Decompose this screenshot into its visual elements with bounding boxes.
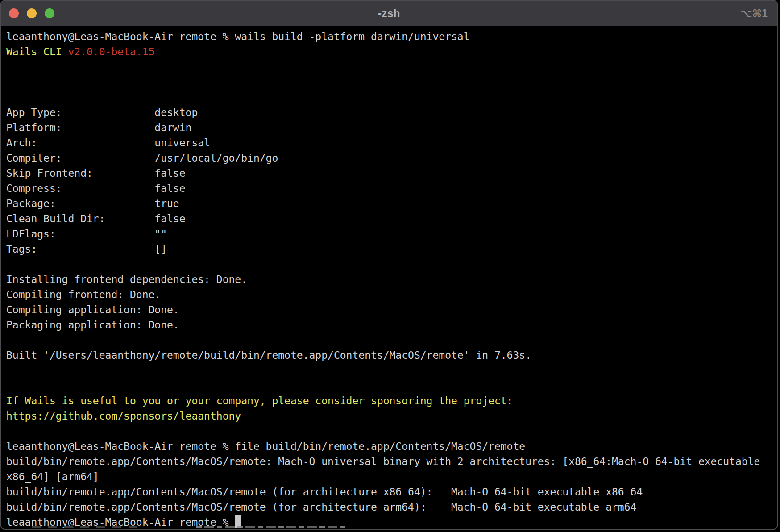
terminal-line <box>6 424 777 439</box>
terminal-line <box>6 90 777 105</box>
terminal-line: Compress: false <box>6 181 777 196</box>
terminal-line: Tags: [] <box>6 241 777 257</box>
close-button[interactable] <box>9 8 19 18</box>
terminal-line: Clean Build Dir: false <box>6 211 777 226</box>
terminal-text: Built '/Users/leaanthony/remote/build/bi… <box>6 349 531 361</box>
terminal-line: leaanthony@Leas-MacBook-Air remote % wai… <box>6 29 777 44</box>
terminal-line: build/bin/remote.app/Contents/MacOS/remo… <box>6 454 777 469</box>
titlebar[interactable]: -zsh ⌥⌘1 <box>1 1 777 26</box>
traffic-lights <box>9 1 54 26</box>
tab-shortcut-badge: ⌥⌘1 <box>740 1 768 26</box>
terminal-line: Arch: universal <box>6 135 777 150</box>
terminal-text: Compiling frontend: Done. <box>6 289 161 300</box>
terminal-line: LDFlags: "" <box>6 226 777 241</box>
terminal-text: App Type: desktop <box>6 107 198 118</box>
terminal-text: Arch: universal <box>6 137 210 149</box>
terminal-line: x86_64] [arm64] <box>6 469 777 484</box>
terminal-line: Skip Frontend: false <box>6 166 777 181</box>
terminal-line: Installing frontend dependencies: Done. <box>6 272 777 287</box>
terminal-line: leaanthony@Leas-MacBook-Air remote % fil… <box>6 439 777 454</box>
terminal-line: Package: true <box>6 196 777 211</box>
terminal-line: https://github.com/sponsors/leaanthony <box>6 408 777 424</box>
terminal-text: build/bin/remote.app/Contents/MacOS/remo… <box>6 456 760 467</box>
terminal-line: Platform: darwin <box>6 120 777 135</box>
terminal-text: Clean Build Dir: false <box>6 213 186 224</box>
terminal-line: Packaging application: Done. <box>6 317 777 332</box>
clipped-line-artifact <box>196 526 348 528</box>
terminal-line: Compiling application: Done. <box>6 302 777 317</box>
terminal-text: build/bin/remote.app/Contents/MacOS/remo… <box>6 486 643 498</box>
terminal-line <box>6 363 777 378</box>
terminal-line <box>6 332 777 348</box>
terminal-line: If Wails is useful to you or your compan… <box>6 393 777 408</box>
terminal-text: Installing frontend dependencies: Done. <box>6 274 247 285</box>
terminal-text: Wails CLI <box>6 46 68 58</box>
terminal-text: If Wails is useful to you or your compan… <box>6 395 513 407</box>
terminal-line: build/bin/remote.app/Contents/MacOS/remo… <box>6 484 777 499</box>
terminal-output[interactable]: leaanthony@Leas-MacBook-Air remote % wai… <box>1 26 777 530</box>
terminal-line: Compiling frontend: Done. <box>6 287 777 302</box>
terminal-text: https://github.com/sponsors/leaanthony <box>6 410 241 422</box>
terminal-text: Tags: [] <box>6 243 167 255</box>
terminal-window: -zsh ⌥⌘1 leaanthony@Leas-MacBook-Air rem… <box>0 0 778 530</box>
terminal-text: leaanthony@Leas-MacBook-Air remote % wai… <box>6 31 470 42</box>
terminal-text: leaanthony@Leas-MacBook-Air remote % fil… <box>6 441 525 452</box>
terminal-text: Platform: darwin <box>6 122 191 133</box>
terminal-line: App Type: desktop <box>6 105 777 120</box>
terminal-line <box>6 378 777 393</box>
terminal-line <box>6 75 777 90</box>
terminal-text: Packaging application: Done. <box>6 319 179 331</box>
zoom-button[interactable] <box>45 8 54 18</box>
terminal-text: Package: true <box>6 198 179 209</box>
terminal-text: Compiler: /usr/local/go/bin/go <box>6 152 278 164</box>
minimize-button[interactable] <box>27 8 37 18</box>
terminal-text: v2.0.0-beta.15 <box>68 46 154 58</box>
terminal-line: Compiler: /usr/local/go/bin/go <box>6 150 777 166</box>
terminal-line: build/bin/remote.app/Contents/MacOS/remo… <box>6 499 777 515</box>
window-title: -zsh <box>378 7 400 20</box>
terminal-line <box>6 257 777 272</box>
terminal-text: x86_64] [arm64] <box>6 471 99 482</box>
terminal-line <box>6 59 777 75</box>
terminal-text: Skip Frontend: false <box>6 167 186 179</box>
terminal-text: Compiling application: Done. <box>6 304 179 316</box>
clipped-line-artifact-faint <box>32 526 144 528</box>
terminal-text: LDFlags: "" <box>6 228 167 240</box>
terminal-line: Built '/Users/leaanthony/remote/build/bi… <box>6 348 777 363</box>
terminal-line: Wails CLI v2.0.0-beta.15 <box>6 44 777 59</box>
terminal-text: build/bin/remote.app/Contents/MacOS/remo… <box>6 501 636 513</box>
terminal-text: Compress: false <box>6 183 186 194</box>
